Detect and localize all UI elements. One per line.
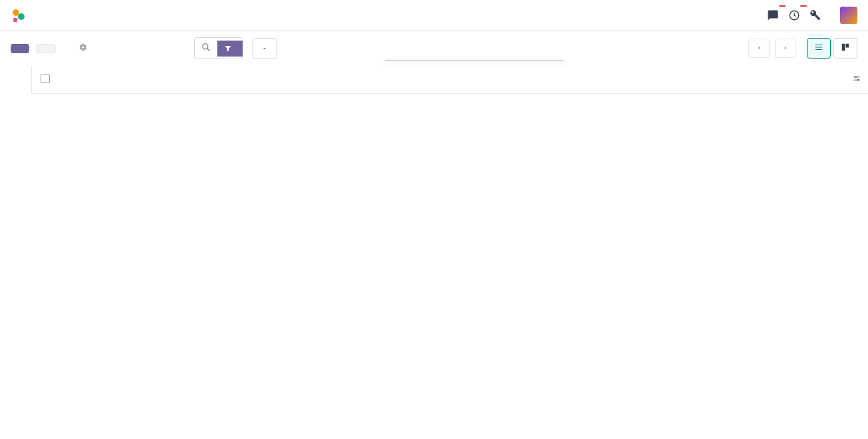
svg-point-1: [18, 13, 25, 20]
gear-icon[interactable]: [78, 43, 88, 54]
svg-line-5: [207, 49, 210, 51]
svg-rect-6: [842, 44, 845, 51]
pager-next[interactable]: [775, 39, 796, 58]
svg-point-4: [203, 44, 208, 49]
search-box[interactable]: [194, 37, 243, 59]
messages-icon[interactable]: [767, 9, 779, 21]
configuration-menu: [385, 60, 564, 61]
svg-rect-7: [846, 44, 849, 48]
column-options-icon[interactable]: [852, 74, 861, 85]
col-type[interactable]: [356, 66, 504, 94]
view-list-button[interactable]: [807, 38, 831, 59]
svg-point-9: [855, 76, 856, 78]
svg-point-11: [857, 79, 859, 80]
search-dropdown-toggle[interactable]: [253, 38, 276, 59]
activities-badge: [800, 5, 807, 7]
svg-rect-2: [13, 17, 17, 22]
tools-icon[interactable]: [810, 9, 821, 21]
messages-badge: [779, 5, 786, 7]
col-company[interactable]: [651, 66, 800, 94]
sidebar: [0, 66, 32, 94]
view-kanban-button[interactable]: [833, 38, 857, 59]
app-logo: [11, 7, 27, 23]
svg-point-0: [13, 9, 19, 16]
filter-chip[interactable]: [217, 41, 243, 57]
pager-prev[interactable]: [748, 39, 770, 58]
search-icon: [195, 38, 217, 59]
col-code[interactable]: [58, 66, 207, 94]
new-button[interactable]: [11, 44, 29, 53]
user-avatar[interactable]: [840, 7, 857, 24]
accounts-table: [32, 66, 868, 94]
col-name[interactable]: [207, 66, 356, 94]
select-all-checkbox[interactable]: [41, 74, 50, 83]
activities-icon[interactable]: [788, 9, 800, 21]
import-button[interactable]: [36, 44, 56, 53]
